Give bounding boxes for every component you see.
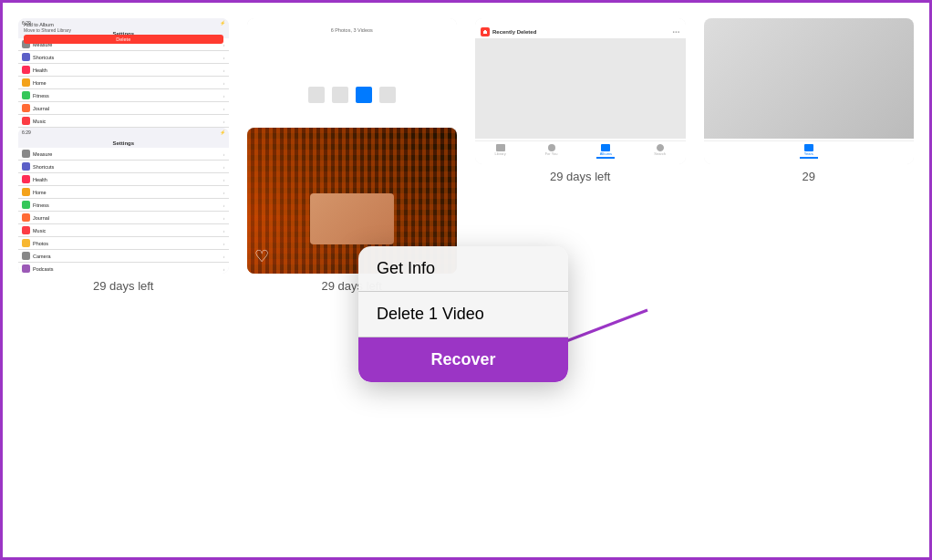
context-menu: Get Info Delete 1 Video Recover <box>358 246 568 382</box>
move-to-shared-label: Move to Shared Library <box>24 27 223 33</box>
get-info-menu-item[interactable]: Get Info <box>358 246 568 292</box>
photo-thumb <box>332 87 348 103</box>
photo-icons-row <box>308 87 396 103</box>
row2-settings-header: Settings <box>18 137 229 148</box>
delete-video-menu-item[interactable]: Delete 1 Video <box>358 292 568 337</box>
settings-icon <box>22 66 30 74</box>
recover-menu-item[interactable]: Recover <box>358 337 568 382</box>
photo-thumb <box>379 87 396 103</box>
settings-icon <box>22 104 30 112</box>
trash-icon-svg <box>482 29 488 35</box>
settings-item-measure: Measure › <box>18 148 229 161</box>
recently-deleted-header: Recently Deleted ··· <box>481 27 680 36</box>
photo-thumb-active <box>356 87 372 103</box>
more-dots: ··· <box>672 27 679 37</box>
settings-item-journal: Journal › <box>18 212 229 224</box>
years-photo-area <box>704 18 915 139</box>
content-area <box>475 38 686 139</box>
settings-item-music: Music › <box>18 224 229 237</box>
settings-item: Journal › <box>18 102 229 115</box>
settings-item: Fitness › <box>18 89 229 102</box>
row2-settings-status: 6:29 ⚡ <box>18 128 229 137</box>
settings-icon <box>22 91 30 99</box>
settings-icon <box>22 53 30 61</box>
settings-item-fitness: Fitness › <box>18 199 229 212</box>
photo-thumb <box>308 87 325 103</box>
settings-item-shortcuts: Shortcuts › <box>18 161 229 173</box>
settings-item-home: Home › <box>18 186 229 199</box>
settings-item-photos: Photos › <box>18 237 229 250</box>
skin-area <box>310 193 394 244</box>
row2-days-left-1: 29 days left <box>93 279 154 293</box>
row2-settings-mockup: 6:29 ⚡ Settings Measure › Shortcuts › <box>18 128 229 274</box>
rd-icon <box>481 27 490 36</box>
settings-icon <box>22 117 30 125</box>
settings-item-health: Health › <box>18 173 229 186</box>
delete-overlay: Delete <box>24 35 223 44</box>
row2-settings-card: 6:29 ⚡ Settings Measure › Shortcuts › <box>18 128 229 274</box>
settings-item-podcasts: Podcasts › <box>18 263 229 274</box>
row2-settings-list: Measure › Shortcuts › Health › <box>18 148 229 274</box>
settings-item: Home › <box>18 77 229 89</box>
settings-item: Shortcuts › <box>18 51 229 64</box>
row2-item1: 6:29 ⚡ Settings Measure › Shortcuts › <box>18 128 229 293</box>
settings-item: Health › <box>18 64 229 77</box>
settings-item-camera: Camera › <box>18 250 229 263</box>
heart-icon: ♡ <box>254 246 269 266</box>
settings-icon <box>22 78 30 87</box>
recently-deleted-label: Recently Deleted <box>492 29 536 35</box>
settings-item: Music › <box>18 115 229 128</box>
photos-count-label: 6 Photos, 3 Videos <box>331 27 373 33</box>
svg-rect-1 <box>484 30 486 32</box>
